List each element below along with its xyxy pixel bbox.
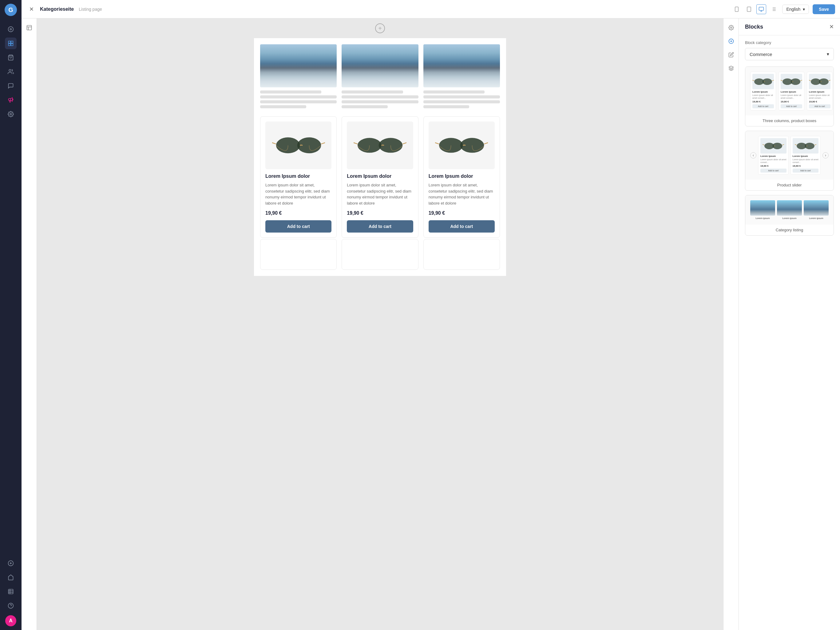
- settings-panel-icon[interactable]: [726, 22, 737, 33]
- text-placeholder-3: [423, 90, 500, 108]
- svg-line-62: [829, 80, 831, 81]
- sidebar-icon-bag[interactable]: [5, 52, 17, 63]
- mini-add-cart-2[interactable]: Add to cart: [781, 104, 802, 108]
- add-block-panel-icon[interactable]: [726, 36, 737, 47]
- sidebar-icon-settings[interactable]: [5, 108, 17, 120]
- mini-add-cart-3[interactable]: Add to cart: [809, 104, 831, 108]
- slider-card-img-2: [793, 138, 819, 154]
- slider-next-arrow[interactable]: ›: [823, 152, 829, 158]
- sidebar-icon-help[interactable]: [5, 600, 17, 611]
- block-preview-inner-1: Lorem Ipsum Lorem ipsum dolor sit amet c…: [745, 67, 834, 116]
- list-view-button[interactable]: [769, 4, 778, 14]
- sidebar-icon-chat[interactable]: [5, 80, 17, 92]
- svg-point-60: [819, 78, 829, 85]
- canvas-area[interactable]: +: [37, 19, 723, 630]
- slider-card-title-1: Lorem Ipsum: [760, 155, 786, 157]
- svg-line-58: [801, 80, 802, 81]
- category-img-2: [777, 200, 802, 216]
- language-selector[interactable]: English ▾: [782, 5, 809, 14]
- product-image-1: [265, 122, 332, 169]
- mini-card-desc-3: Lorem ipsum dolor sit amet conset...: [809, 94, 831, 99]
- category-dropdown[interactable]: Commerce ▾: [745, 48, 834, 60]
- slider-prev-arrow[interactable]: ‹: [750, 152, 756, 158]
- slider-cards: Lorem Ipsum Lorem ipsum dolor sit amet c…: [758, 136, 821, 175]
- add-section-button[interactable]: +: [375, 24, 385, 33]
- svg-line-41: [403, 143, 406, 144]
- svg-line-65: [763, 144, 764, 145]
- layers-panel-icon[interactable]: [726, 63, 737, 74]
- mini-add-cart-1[interactable]: Add to cart: [752, 104, 774, 108]
- category-item-2: Lorem ipsum: [777, 200, 802, 220]
- edit-panel-icon[interactable]: [726, 49, 737, 60]
- sidebar-icon-table[interactable]: [5, 586, 17, 597]
- category-img-3: [804, 200, 829, 216]
- svg-line-37: [321, 143, 325, 144]
- svg-rect-5: [11, 44, 13, 46]
- svg-point-8: [10, 114, 12, 115]
- block-label-category-listing: Category listing: [745, 225, 834, 235]
- mini-product-card-2: Lorem Ipsum Lorem ipsum dolor sit amet c…: [778, 72, 804, 111]
- product-desc-1: Lorem ipsum dolor sit amet, consetetur s…: [265, 182, 332, 206]
- placeholder-line: [423, 100, 500, 103]
- slider-card-price-2: 19,90 €: [793, 165, 819, 167]
- svg-line-69: [795, 144, 797, 145]
- topbar: ✕ Kategorieseite Listing page English ▾ …: [22, 0, 840, 19]
- placeholder-line: [342, 90, 403, 93]
- close-button[interactable]: ✕: [27, 4, 36, 14]
- svg-point-1: [10, 28, 12, 30]
- builder-layout-icon[interactable]: [24, 22, 35, 33]
- page-title: Kategorieseite: [40, 6, 74, 12]
- sidebar-icon-users[interactable]: [5, 66, 17, 78]
- slider-card-img-1: [760, 138, 786, 154]
- sidebar-icon-megaphone[interactable]: [5, 94, 17, 106]
- block-product-slider[interactable]: ‹: [745, 131, 834, 191]
- product-price-1: 19,90 €: [265, 211, 332, 216]
- slider-add-cart-2[interactable]: Add to cart: [793, 169, 819, 173]
- product-cards-grid: Lorem Ipsum dolor Lorem ipsum dolor sit …: [260, 116, 500, 238]
- block-category-listing[interactable]: Lorem ipsum Lorem ipsum: [745, 195, 834, 236]
- block-three-columns[interactable]: Lorem Ipsum Lorem ipsum dolor sit amet c…: [745, 66, 834, 127]
- page-subtitle: Listing page: [79, 7, 102, 12]
- app-logo[interactable]: G: [5, 4, 17, 16]
- sidebar-icon-dashboard[interactable]: [5, 24, 17, 35]
- canvas-top-add: +: [370, 19, 390, 38]
- product-image-2: [347, 122, 413, 169]
- product-card-section: Lorem Ipsum dolor Lorem ipsum dolor sit …: [260, 116, 500, 238]
- svg-point-68: [805, 143, 815, 149]
- panel-header: Blocks ✕: [739, 19, 840, 35]
- partial-card-2: [342, 239, 418, 270]
- slider-add-cart-1[interactable]: Add to cart: [760, 169, 786, 173]
- text-placeholder-1: [260, 90, 337, 108]
- main-container: ✕ Kategorieseite Listing page English ▾ …: [22, 0, 840, 630]
- slider-card-desc-1: Lorem ipsum dolor sit amet conset...: [760, 158, 786, 164]
- placeholder-line: [260, 105, 306, 108]
- text-placeholder-2: [342, 90, 418, 108]
- save-button[interactable]: Save: [813, 4, 835, 14]
- category-label-2: Lorem ipsum: [777, 217, 802, 220]
- blocks-panel: Blocks ✕ Block category Commerce ▾: [739, 19, 840, 630]
- mobile-view-button[interactable]: [732, 4, 742, 14]
- panel-body: Block category Commerce ▾: [739, 35, 840, 245]
- placeholder-line: [423, 90, 485, 93]
- sidebar-icon-add-circle[interactable]: [5, 557, 17, 569]
- user-avatar[interactable]: A: [5, 615, 16, 626]
- sidebar-icon-layers[interactable]: [5, 38, 17, 49]
- svg-point-56: [791, 78, 801, 85]
- svg-rect-31: [27, 25, 32, 30]
- svg-point-64: [773, 143, 783, 149]
- mini-product-grid: Lorem Ipsum Lorem ipsum dolor sit amet c…: [750, 72, 829, 111]
- block-preview-inner-2: ‹: [745, 131, 834, 180]
- desktop-view-button[interactable]: [756, 4, 766, 14]
- svg-line-44: [435, 143, 439, 144]
- panel-close-button[interactable]: ✕: [829, 24, 834, 30]
- add-to-cart-button-1[interactable]: Add to cart: [265, 220, 332, 233]
- sidebar-icon-shop[interactable]: [5, 571, 17, 583]
- svg-line-61: [809, 80, 811, 81]
- placeholder-line: [342, 100, 418, 103]
- tablet-view-button[interactable]: [744, 4, 754, 14]
- add-to-cart-button-3[interactable]: Add to cart: [429, 220, 495, 233]
- category-value: Commerce: [750, 52, 772, 57]
- mini-card-desc-2: Lorem ipsum dolor sit amet conset...: [781, 94, 802, 99]
- add-to-cart-button-2[interactable]: Add to cart: [347, 220, 413, 233]
- product-card-2: Lorem Ipsum dolor Lorem ipsum dolor sit …: [342, 116, 418, 238]
